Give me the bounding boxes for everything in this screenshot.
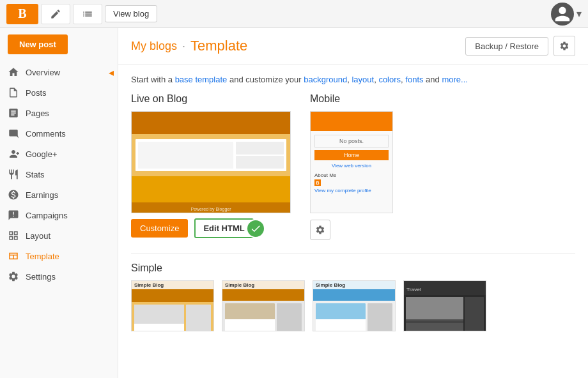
mobile-about-me: About Me [314, 172, 389, 178]
sidebar-item-pages[interactable]: Pages [0, 103, 118, 123]
mobile-content: No posts. Home View web version About Me… [311, 131, 392, 197]
main-layout: New post Overview ◂ Posts Pages [0, 28, 588, 378]
layout-link[interactable]: layout [352, 75, 374, 84]
content-header: My blogs · Template Backup / Restore [118, 28, 588, 64]
template-label-3: Simple Blog [313, 281, 395, 289]
blogger-logo: B [18, 6, 26, 21]
sidebar-label-pages: Pages [26, 109, 49, 118]
preview-header [132, 112, 290, 134]
mobile-section-title: Mobile [310, 93, 393, 105]
sidebar-label-overview: Overview [26, 68, 60, 77]
mobile-web-version-link[interactable]: View web version [314, 163, 389, 169]
checkmark-icon [250, 223, 261, 234]
mobile-header-bar [311, 112, 392, 131]
sidebar-item-earnings[interactable]: Earnings [0, 185, 118, 205]
base-template-link[interactable]: base template [175, 75, 228, 84]
googleplus-icon [8, 148, 19, 160]
content-area: My blogs · Template Backup / Restore Sta… [118, 28, 588, 378]
live-on-blog-title: Live on Blog [131, 93, 291, 105]
layout-icon [8, 230, 19, 241]
posts-icon-button[interactable] [73, 4, 102, 24]
template-label-4: Travel [406, 287, 421, 292]
earnings-icon [8, 189, 19, 200]
posts-icon [8, 87, 19, 98]
preview-main-col [138, 142, 233, 169]
campaigns-icon [8, 209, 19, 221]
list-icon [82, 8, 93, 20]
sidebar-item-stats[interactable]: Stats [0, 164, 118, 185]
sidebar-label-layout: Layout [26, 231, 50, 241]
background-link[interactable]: background [304, 75, 347, 84]
customize-button[interactable]: Customize [131, 219, 188, 238]
comments-icon [8, 128, 19, 139]
mobile-preview-thumbnail: No posts. Home View web version About Me… [310, 111, 393, 213]
live-sections: Live on Blog [131, 93, 575, 240]
simple-section-title: Simple [131, 262, 575, 274]
more-link[interactable]: more... [442, 75, 467, 84]
edit-icon-button[interactable] [41, 4, 70, 24]
sidebar-label-googleplus: Google+ [26, 149, 58, 159]
template-simple-2[interactable]: Simple Blog [222, 280, 305, 331]
template-label-2: Simple Blog [222, 281, 304, 289]
blog-preview-thumbnail: Powered by Blogger [131, 111, 291, 213]
backup-restore-button[interactable]: Backup / Restore [465, 37, 548, 56]
user-avatar[interactable] [551, 3, 574, 26]
view-blog-button[interactable]: View blog [105, 5, 157, 22]
settings-gear-button[interactable] [553, 36, 575, 56]
simple-templates-section: Simple Simple Blog Simple Blog [131, 253, 575, 331]
sidebar-item-campaigns[interactable]: Campaigns [0, 205, 118, 225]
page-title: Template [190, 38, 247, 54]
template-icon [8, 250, 19, 262]
gear-icon [559, 41, 569, 51]
preview-post-area [135, 139, 286, 171]
sidebar-item-posts[interactable]: Posts [0, 82, 118, 103]
preview-actions: Customize Edit HTML [131, 218, 291, 238]
template-simple-1[interactable]: Simple Blog [131, 280, 214, 331]
colors-link[interactable]: colors [378, 75, 401, 84]
preview-footer: Powered by Blogger [132, 202, 290, 213]
header-actions: Backup / Restore [465, 36, 575, 56]
template-travel[interactable]: Travel [403, 280, 486, 331]
home-icon [8, 66, 19, 78]
live-on-blog-section: Live on Blog [131, 93, 291, 240]
sidebar-item-template[interactable]: Template [0, 246, 118, 266]
template-label-1: Simple Blog [132, 281, 213, 289]
template-simple-3[interactable]: Simple Blog [313, 280, 396, 331]
edit-html-button[interactable]: Edit HTML [194, 218, 253, 238]
mobile-section: Mobile No posts. Home View web version A… [310, 93, 393, 240]
stats-icon [8, 169, 19, 180]
new-post-button[interactable]: New post [8, 34, 68, 54]
sidebar-item-comments[interactable]: Comments [0, 123, 118, 144]
mobile-profile-link[interactable]: View my complete profile [314, 188, 371, 193]
overview-arrow: ◂ [109, 66, 114, 79]
sidebar-item-settings[interactable]: Settings [0, 266, 118, 287]
mobile-gear-icon [315, 225, 325, 235]
sidebar-label-earnings: Earnings [26, 190, 58, 200]
edit-html-button-wrap: Edit HTML [194, 218, 253, 238]
sidebar-label-comments: Comments [26, 129, 66, 139]
sidebar-item-layout[interactable]: Layout [0, 225, 118, 246]
settings-icon [8, 271, 19, 282]
sidebar-label-posts: Posts [26, 88, 47, 98]
mobile-home-btn: Home [314, 150, 389, 160]
fonts-link[interactable]: fonts [405, 75, 423, 84]
my-blogs-link[interactable]: My blogs [131, 40, 177, 53]
blogger-home-button[interactable]: B [6, 4, 38, 24]
top-navigation: B View blog ▾ [0, 0, 588, 28]
preview-side-item-2 [236, 156, 284, 169]
preview-side-col [236, 142, 284, 169]
sidebar-label-stats: Stats [26, 170, 45, 179]
sidebar-label-settings: Settings [26, 272, 56, 282]
sidebar: New post Overview ◂ Posts Pages [0, 28, 118, 378]
preview-side-item-1 [236, 142, 284, 155]
intro-text: Start with a base template and customize… [131, 75, 575, 84]
pencil-icon [50, 8, 61, 20]
mobile-settings-button[interactable] [310, 220, 330, 240]
avatar-icon [553, 5, 571, 23]
account-dropdown-button[interactable]: ▾ [576, 8, 582, 20]
sidebar-item-overview[interactable]: Overview ◂ [0, 62, 118, 82]
mobile-no-posts: No posts. [314, 135, 389, 147]
sidebar-label-template: Template [26, 252, 59, 261]
pages-icon [8, 107, 19, 119]
sidebar-item-googleplus[interactable]: Google+ [0, 144, 118, 164]
